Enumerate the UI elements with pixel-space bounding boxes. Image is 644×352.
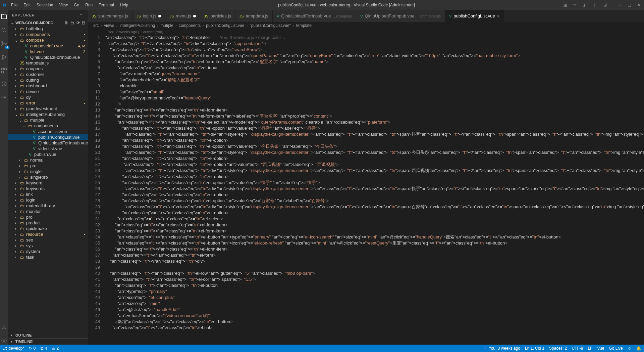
tree-item[interactable]: ›🗀seo [8,237,88,243]
tree-item[interactable]: ›🗀dy [8,94,88,100]
breadcrumb-item[interactable]: intelligentPublishing [119,23,155,28]
tree-item[interactable]: ⌄🗀intelligentPublishing [8,112,88,117]
source-control-icon[interactable]: 4 [0,40,8,48]
more-icon[interactable]: ⋯ [80,13,84,17]
tree-item[interactable]: Vpublish.vue [8,151,88,157]
extensions-icon[interactable] [0,67,8,75]
tree-item[interactable]: ›🗀device [8,89,88,94]
project-header[interactable]: ⌄ WEB-COLOR-MEREG 🗎 🗀 ⟳ ⊟ [8,20,88,26]
breadcrumb-item[interactable]: views [104,23,114,28]
menu-run[interactable]: Run [83,1,95,9]
menu-edit[interactable]: Edit [21,1,33,9]
refresh-icon[interactable]: ⟳ [76,20,80,25]
tree-item[interactable]: ›🗀keywords [8,186,88,191]
encoding-status[interactable]: UTF-8 [572,346,583,351]
tree-item[interactable]: ›🗀task [8,254,88,260]
tree-item[interactable]: ›🗀resource• [8,231,88,237]
tree-item[interactable]: ›🗀cutting [8,77,88,83]
explorer-icon[interactable] [0,13,8,21]
tree-item[interactable]: ›🗀pro [8,163,88,169]
tree-item[interactable]: ⌄🗀compose• [8,37,88,43]
maximize-button[interactable]: ▢ [627,2,632,8]
tree-item[interactable]: ›🗀components• [8,32,88,37]
tree-item[interactable]: VpublishConfigList.vue [8,134,88,140]
branch-indicator[interactable]: ⎇ develop* [3,346,24,351]
tree-item[interactable]: ›🗀keyword [8,180,88,186]
editor[interactable]: 1234567891011121314151617181920212223242… [88,35,644,345]
settings-icon[interactable] [0,337,8,345]
tree-item[interactable]: ›🗀product [8,220,88,226]
tab[interactable]: JStempdata.js [235,10,273,22]
notifications-icon[interactable]: 🔔 [636,346,641,351]
breadcrumb-item[interactable]: mutiple [160,23,173,28]
tree-item[interactable]: VQiniuUploadForInpub.vue [8,140,88,146]
tab[interactable]: JSparticles.js [200,10,235,22]
tree-item[interactable]: ›🗀materialLibrary [8,203,88,209]
account-icon[interactable] [0,323,8,331]
menu-view[interactable]: View [56,1,70,9]
outline-header[interactable]: ›OUTLINE [8,332,88,338]
tree-item[interactable]: ›🗀buffeting [8,26,88,32]
tree-item[interactable]: ›🗀normal [8,157,88,163]
tab[interactable]: VpublishConfigList.vue× [445,10,504,22]
breadcrumb-item[interactable]: template [296,23,312,28]
tab[interactable]: VQiniuUploadForInpub.vue...\components [356,10,445,22]
cursor-position[interactable]: Ln 1, Col 1 [525,346,544,351]
breadcrumb-item[interactable]: publishConfigList.vue [206,23,244,28]
menu-help[interactable]: Help [117,1,131,9]
tree-item[interactable]: VQiniuUploadForInpub.vue [8,54,88,60]
tree-item[interactable]: ›🗀customer [8,72,88,77]
tree-item[interactable]: Vlist.vue2 [8,49,88,54]
menu-go[interactable]: Go [71,1,82,9]
feedback-icon[interactable]: ☺ [628,346,632,351]
layout-customize-icon[interactable]: ⊞ [602,2,608,8]
errors-indicator[interactable]: ⊗ 4 [40,346,47,351]
sync-indicator[interactable]: ⟳ 0 [29,346,36,351]
gitlens-icon[interactable] [0,80,8,88]
blame-status[interactable]: 👤 You, 3 weeks ago [483,346,520,351]
menu-terminal[interactable]: Terminal [96,1,116,9]
new-folder-icon[interactable]: 🗀 [70,20,74,25]
tree-item[interactable]: ›🗀link [8,191,88,197]
tree-item[interactable]: JStempdata.js [8,60,88,66]
tree-item[interactable]: ›🗀single [8,169,88,174]
tree-item[interactable]: Vcomposeinfo.vue4, M [8,43,88,49]
tree-item[interactable]: ›🗀pro [8,214,88,220]
timeline-header[interactable]: ›TIMELINE [8,338,88,345]
tree-item[interactable]: ›🗀sys [8,243,88,249]
run-debug-icon[interactable] [0,53,8,61]
code-area[interactable]: "an">class"eq">="t"><"an">class"eq">="tn… [105,35,644,345]
indent-status[interactable]: Spaces: 2 [549,346,567,351]
tree-item[interactable]: ›🗀quickmake [8,226,88,231]
menu-file[interactable]: File [8,1,20,9]
tree-item[interactable]: ›🗀login [8,197,88,203]
tab[interactable]: JSmenu.js [165,10,200,22]
tree-item[interactable]: ›🗀system [8,249,88,254]
eol-status[interactable]: LF [588,346,592,351]
breadcrumb-item[interactable]: src [93,23,99,28]
tree-item[interactable]: ›🗀coupons [8,66,88,72]
search-icon[interactable] [0,26,8,34]
tree-item[interactable]: ›🗀giantInvestment [8,106,88,112]
tree-item[interactable]: ›🗀error• [8,100,88,106]
breadcrumbs[interactable]: src›views›intelligentPublishing›mutiple›… [88,22,644,29]
menu-selection[interactable]: Selection [34,1,56,9]
new-file-icon[interactable]: 🗎 [64,20,68,25]
breadcrumb-item[interactable]: components [179,23,201,28]
tab[interactable]: JSlogin.js [132,10,165,22]
tree-item[interactable]: ›🗀singlepro [8,174,88,180]
tree-item[interactable]: Vaccountlist.vue [8,129,88,134]
close-button[interactable]: ✕ [636,2,641,8]
layout-secondary-icon[interactable]: ▯ [581,2,586,8]
layout-primary-icon[interactable]: ▯▯ [562,2,568,8]
tree-item[interactable]: ›🗀monitor [8,209,88,214]
tree-item[interactable]: Vvideolist.vue [8,146,88,151]
tab[interactable]: VQiniuUploadForInpub.vue...\compose [273,10,356,22]
docker-icon[interactable] [0,93,8,101]
tree-item[interactable]: ⌄🗀mutiple [8,117,88,123]
warnings-indicator[interactable]: ⚠ 2 [52,346,59,351]
breadcrumb-item[interactable]: "publishConfigList.vue" [250,23,291,28]
language-status[interactable]: Vue [597,346,604,351]
tree-item[interactable]: ›🗀dashboard [8,83,88,89]
tab[interactable]: JSsourcemerge.js [88,10,132,22]
